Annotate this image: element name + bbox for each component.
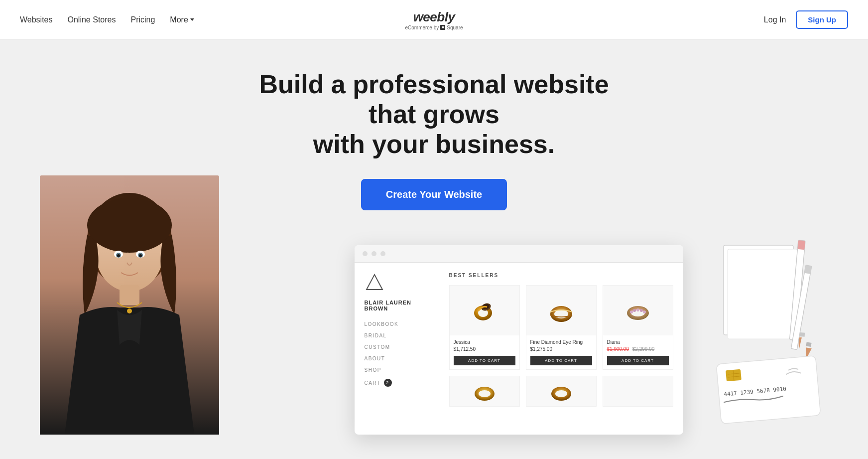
hero-headline: Build a professional website that grows … — [235, 70, 633, 159]
svg-point-24 — [640, 309, 643, 312]
products-grid-row2 — [449, 376, 673, 407]
svg-rect-32 — [728, 249, 797, 339]
ring-r2-2-icon — [546, 379, 576, 404]
sidebar-brand: BLAIR LAUREN BROWN — [365, 300, 429, 311]
best-sellers-label: BEST SELLERS — [449, 273, 673, 278]
product-image-jessica — [450, 286, 519, 335]
login-link[interactable]: Log In — [764, 15, 786, 24]
mockup-titlebar — [355, 245, 683, 263]
illustration-area: 4417 1239 5678 9010 — [709, 235, 838, 425]
svg-point-21 — [630, 310, 633, 313]
product-image-r2-2 — [526, 376, 596, 406]
product-card-r2-3 — [603, 376, 673, 407]
product-info-diamond: Fine Diamond Eye Ring $1,275.00 ADD TO C… — [526, 335, 596, 369]
product-price-jessica: $1,712.50 — [454, 346, 515, 352]
cart-badge: 2 — [384, 379, 392, 387]
svg-point-29 — [555, 390, 567, 397]
product-orig-price: $2,299.00 — [632, 346, 655, 352]
product-info-diana: Diana $1,900.00 $2,299.00 ADD TO CART — [603, 335, 673, 369]
sidebar-nav-bridal[interactable]: BRIDAL — [365, 333, 429, 338]
header-actions: Log In Sign Up — [764, 10, 848, 29]
svg-point-9 — [117, 254, 120, 257]
ring-diana-icon — [620, 293, 655, 328]
logo-subtitle: eCommerce by ■ Square — [405, 25, 463, 30]
add-to-cart-diamond[interactable]: ADD TO CART — [530, 356, 592, 365]
product-name-diana: Diana — [607, 339, 669, 345]
logo[interactable]: weebly eCommerce by ■ Square — [405, 9, 463, 30]
illustration-svg: 4417 1239 5678 9010 — [709, 235, 838, 425]
product-image-diamond — [526, 286, 596, 335]
product-card-r2-2 — [526, 376, 597, 407]
sidebar-nav-shop[interactable]: SHOP — [365, 367, 429, 373]
titlebar-dot-3 — [380, 251, 385, 256]
sidebar-nav-custom[interactable]: CUSTOM — [365, 344, 429, 350]
product-card-diamond: Fine Diamond Eye Ring $1,275.00 ADD TO C… — [526, 285, 597, 370]
mockup-main: BEST SELLERS — [439, 263, 683, 417]
website-mockup: BLAIR LAUREN BROWN LOOKBOOK BRIDAL CUSTO… — [355, 245, 683, 435]
nav-websites[interactable]: Websites — [20, 15, 53, 24]
mockup-sidebar: BLAIR LAUREN BROWN LOOKBOOK BRIDAL CUSTO… — [355, 263, 439, 417]
sidebar-nav-cart[interactable]: CART 2 — [365, 379, 429, 387]
svg-point-23 — [636, 308, 639, 311]
product-price-diana: $1,900.00 $2,299.00 — [607, 346, 669, 352]
svg-point-11 — [127, 308, 132, 313]
product-card-diana: Diana $1,900.00 $2,299.00 ADD TO CART — [603, 285, 673, 370]
signup-button[interactable]: Sign Up — [796, 10, 848, 29]
mockup-body: BLAIR LAUREN BROWN LOOKBOOK BRIDAL CUSTO… — [355, 263, 683, 417]
titlebar-dot-1 — [363, 251, 368, 256]
ring-r2-1-icon — [470, 379, 499, 404]
ring-diamond-icon — [544, 293, 579, 328]
add-to-cart-diana[interactable]: ADD TO CART — [607, 356, 669, 365]
sidebar-logo-icon — [365, 273, 384, 293]
product-image-diana — [603, 286, 673, 335]
svg-point-27 — [479, 390, 491, 397]
main-nav: Websites Online Stores Pricing More — [20, 15, 194, 24]
svg-rect-40 — [806, 342, 811, 347]
person-image — [40, 175, 219, 435]
create-website-button[interactable]: Create Your Website — [361, 179, 507, 210]
logo-wordmark: weebly — [405, 9, 463, 25]
svg-marker-12 — [367, 275, 382, 290]
header: Websites Online Stores Pricing More weeb… — [0, 0, 868, 40]
products-grid: Jessica $1,712.50 ADD TO CART — [449, 285, 673, 370]
ring-jessica-icon — [467, 293, 502, 328]
svg-point-3 — [87, 198, 172, 253]
chevron-down-icon — [190, 18, 194, 21]
hero-content: BLAIR LAUREN BROWN LOOKBOOK BRIDAL CUSTO… — [0, 235, 868, 435]
hero-section: Build a professional website that grows … — [0, 40, 868, 459]
square-icon: ■ — [440, 25, 445, 30]
nav-more[interactable]: More — [170, 15, 194, 24]
svg-rect-4 — [120, 285, 139, 305]
sidebar-nav-about[interactable]: ABOUT — [365, 356, 429, 361]
svg-point-25 — [643, 310, 646, 313]
sidebar-nav-lookbook[interactable]: LOOKBOOK — [365, 321, 429, 327]
product-info-jessica: Jessica $1,712.50 ADD TO CART — [450, 335, 519, 369]
svg-rect-35 — [797, 240, 805, 250]
titlebar-dot-2 — [372, 251, 376, 256]
add-to-cart-jessica[interactable]: ADD TO CART — [454, 356, 515, 365]
product-name-diamond: Fine Diamond Eye Ring — [530, 339, 592, 345]
product-price-diamond: $1,275.00 — [530, 346, 592, 352]
svg-point-10 — [139, 254, 142, 257]
product-card-jessica: Jessica $1,712.50 ADD TO CART — [449, 285, 520, 370]
product-image-r2-3 — [603, 376, 673, 406]
nav-online-stores[interactable]: Online Stores — [68, 15, 116, 24]
product-image-r2-1 — [450, 376, 519, 406]
nav-pricing[interactable]: Pricing — [130, 15, 155, 24]
product-sale-price: $1,900.00 — [607, 346, 629, 352]
svg-point-22 — [633, 309, 636, 312]
product-name-jessica: Jessica — [454, 339, 515, 345]
product-card-r2-1 — [449, 376, 520, 407]
